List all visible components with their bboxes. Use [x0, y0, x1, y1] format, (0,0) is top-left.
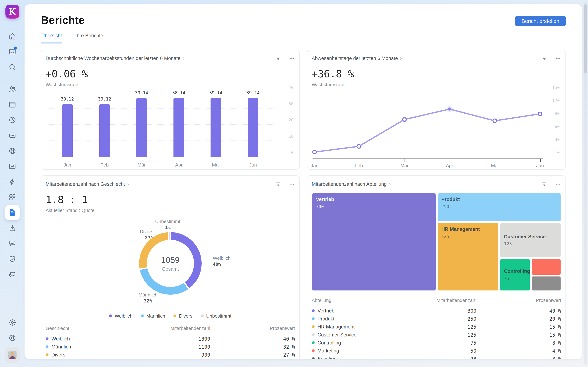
sidebar-item-chat[interactable] — [5, 267, 20, 282]
gridline — [313, 144, 543, 144]
sidebar-item-help[interactable] — [5, 330, 20, 346]
table-header: AbteilungMitarbeitendenzahlProzentwert — [312, 296, 561, 307]
data-point[interactable] — [538, 112, 542, 116]
legend-item-männlich[interactable]: Männlich — [141, 313, 165, 319]
sidebar-item-home[interactable] — [5, 28, 20, 44]
sidebar-item-inbox[interactable] — [5, 44, 20, 59]
more-icon[interactable] — [555, 55, 561, 61]
legend-item-weiblich[interactable]: Weiblich — [109, 313, 132, 319]
sidebar-item-search[interactable] — [5, 59, 20, 75]
legend-label: Unbestimmt — [206, 313, 231, 319]
treemap-block-sonstiges[interactable] — [531, 276, 561, 291]
chevron-right-icon: › — [127, 181, 129, 187]
bar-jun[interactable] — [248, 98, 258, 157]
sidebar-item-people[interactable] — [5, 81, 20, 97]
x-axis-tick — [495, 159, 495, 162]
filter-icon[interactable] — [541, 55, 547, 61]
sidebar-item-performance[interactable] — [5, 236, 20, 251]
treemap-block-marketing[interactable] — [531, 259, 561, 275]
table-row: Controlling758 % — [312, 339, 561, 347]
filter-icon[interactable] — [541, 181, 547, 187]
filter-icon[interactable] — [275, 55, 281, 61]
bar-mai[interactable] — [211, 98, 221, 157]
bar-jan[interactable] — [62, 104, 73, 157]
row-count: 1300 — [160, 336, 210, 342]
treemap-chart: Vertrieb300Produkt250HR Management125Cus… — [312, 193, 561, 291]
create-report-button[interactable]: Bericht erstellen — [515, 16, 566, 26]
growth-rate-value: +36.8 % — [312, 68, 561, 80]
y-axis-tick: 0 — [291, 150, 294, 155]
data-point[interactable] — [313, 150, 316, 154]
sidebar-item-analytics[interactable] — [5, 158, 20, 174]
x-axis-label: Mai — [212, 162, 220, 168]
sidebar-item-shield[interactable] — [5, 251, 20, 267]
gridline — [313, 131, 543, 131]
row-label-text: Produkt — [318, 316, 335, 322]
y-axis-tick: 20 — [288, 118, 294, 122]
user-avatar[interactable] — [5, 347, 20, 363]
x-axis-label: Mär — [400, 163, 408, 168]
bar-value-label: 39.14 — [209, 90, 222, 95]
bar-value-label: 39.14 — [135, 90, 148, 95]
app-logo[interactable]: K — [5, 5, 19, 18]
legend-item-divers[interactable]: Divers — [173, 313, 192, 319]
row-dot — [312, 317, 315, 320]
x-axis-tick — [449, 159, 450, 162]
sidebar-item-settings[interactable] — [5, 315, 20, 330]
row-label-text: Customer Service — [318, 332, 357, 338]
more-icon[interactable] — [289, 181, 295, 187]
column-header: Mitarbeitendenzahl — [160, 325, 210, 331]
tab-ihre-berichte[interactable]: Ihre Berichte — [75, 33, 104, 43]
gender-ratio-label: Aktueller Stand : Quote — [46, 208, 295, 213]
data-point-highlight[interactable] — [448, 108, 451, 111]
y-axis-tick: 60 — [555, 124, 560, 129]
donut-total: 1059 — [161, 255, 180, 265]
treemap-block-controlling[interactable]: Controlling75 — [500, 259, 530, 291]
tab-uebersicht[interactable]: Übersicht — [41, 33, 62, 43]
data-point[interactable] — [357, 144, 360, 148]
bar-feb[interactable] — [99, 104, 110, 157]
bar-apr[interactable] — [173, 98, 184, 157]
sidebar-item-import[interactable] — [5, 220, 20, 236]
y-axis-tick: 40 — [288, 85, 294, 90]
row-count: 50 — [426, 348, 476, 354]
gridline — [313, 105, 543, 105]
sidebar-item-lightning[interactable] — [5, 174, 20, 189]
card-title-link[interactable]: Durchschnittliche Wochenarbeitsstunden d… — [46, 55, 185, 62]
y-axis-tick: 90 — [555, 111, 560, 116]
main-panel: Berichte Bericht erstellen Übersicht Ihr… — [24, 4, 582, 359]
sidebar-item-clock[interactable] — [5, 112, 20, 128]
bar-chart: 01020304039.12Jan39.12Feb39.14Mär38.14Ap… — [46, 92, 295, 170]
row-label-text: Marketing — [318, 348, 339, 354]
sidebar-item-apps[interactable] — [5, 189, 20, 205]
treemap-block-vertrieb[interactable]: Vertrieb300 — [312, 193, 436, 291]
more-icon[interactable] — [289, 55, 295, 61]
sidebar-item-globe[interactable] — [5, 143, 20, 158]
more-icon[interactable] — [555, 181, 561, 187]
filter-icon[interactable] — [275, 181, 281, 187]
sidebar-item-calendar[interactable] — [5, 97, 20, 112]
bar-mär[interactable] — [136, 98, 147, 157]
sidebar-item-reports[interactable] — [5, 205, 20, 220]
sidebar-item-payroll[interactable] — [5, 128, 20, 143]
row-label: Customer Service — [312, 332, 426, 338]
card-title-link[interactable]: Abwesenheitstage der letzten 6 Monate › — [312, 55, 402, 62]
card-title: Abwesenheitstage der letzten 6 Monate — [312, 56, 398, 61]
data-point[interactable] — [493, 119, 497, 123]
row-dot — [312, 341, 315, 344]
line-series — [313, 92, 543, 157]
row-count: 1100 — [160, 344, 210, 350]
donut-legend: WeiblichMännlichDiversUnbestimmt — [46, 313, 295, 319]
chevron-right-icon: › — [400, 55, 402, 62]
treemap-block-customer-service[interactable]: Customer Service125 — [500, 223, 561, 258]
treemap-block-produkt[interactable]: Produkt250 — [437, 193, 561, 222]
scrollbar-thumb[interactable] — [584, 4, 587, 74]
card-title-link[interactable]: Mitarbeitendenzahl nach Geschlecht › — [46, 181, 129, 187]
row-count: 125 — [426, 324, 476, 330]
x-axis-tick — [315, 159, 315, 162]
data-point[interactable] — [403, 118, 406, 121]
treemap-block-hr-management[interactable]: HR Management125 — [437, 223, 499, 291]
legend-item-unbestimmt[interactable]: Unbestimmt — [201, 313, 231, 319]
page-title: Berichte — [41, 14, 85, 26]
card-title-link[interactable]: Mitarbeitendenzahl nach Abteilung › — [312, 181, 391, 187]
